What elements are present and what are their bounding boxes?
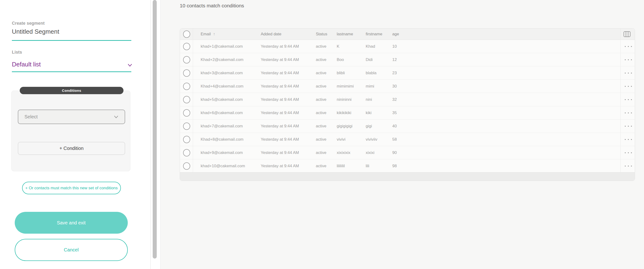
cell-status: active [316,111,326,115]
cell-age: 30 [392,84,397,89]
table-row[interactable]: khad+1@cakemail.com Yesterday at 9:44 AM… [180,40,635,53]
row-select-checkbox[interactable] [183,136,190,143]
cell-firstname: Didi [366,57,372,62]
table-row[interactable]: khad+5@cakemail.com Yesterday at 9:44 AM… [180,93,635,106]
cell-added-date: Yesterday at 9:44 AM [261,111,299,115]
table-row[interactable]: khad+6@cakemail.com Yesterday at 9:44 AM… [180,106,635,120]
row-actions-ellipsis-icon[interactable] [624,84,633,89]
table-row[interactable]: khad+9@cakemail.com Yesterday at 9:44 AM… [180,146,635,159]
columns-icon[interactable] [624,31,630,37]
row-select-checkbox[interactable] [183,56,190,63]
chevron-down-icon[interactable] [127,63,132,68]
cell-email: khad+1@cakemail.com [201,44,243,49]
cell-lastname: blibli [337,71,345,75]
cell-firstname: mimi [366,84,374,89]
cell-email: khad+9@cakemail.com [201,150,243,155]
cell-firstname: xixixi [366,150,374,155]
row-actions-ellipsis-icon[interactable] [624,124,633,129]
row-select-checkbox[interactable] [183,162,190,170]
cell-email: khad+6@cakemail.com [201,111,243,115]
conditions-panel-title: Conditions [20,87,124,94]
table-row[interactable]: Khad+8@cakemail.com Yesterday at 9:44 AM… [180,133,635,146]
column-header-lastname[interactable]: lastname [337,32,353,36]
sidebar-scrollbar-thumb[interactable] [153,0,157,259]
create-segment-label: Create segment [12,21,45,26]
sidebar-scrollbar-track [151,0,160,269]
cell-added-date: Yesterday at 9:44 AM [261,97,299,102]
add-condition-button[interactable]: + Condition [18,142,125,155]
lists-label: Lists [12,50,22,55]
conditions-panel [12,91,130,171]
cell-email: khad+10@cakemail.com [201,164,245,168]
cell-email: Khad+8@cakemail.com [201,137,244,142]
row-select-checkbox[interactable] [183,122,190,130]
cell-added-date: Yesterday at 9:44 AM [261,71,299,75]
column-header-email[interactable]: Email↑ [201,32,215,36]
row-select-checkbox[interactable] [183,69,190,77]
column-header-status[interactable]: Status [316,32,327,36]
chevron-down-icon [114,115,118,119]
checkbox-column-divider [193,28,193,173]
cell-added-date: Yesterday at 9:44 AM [261,57,299,62]
cell-age: 12 [392,57,397,62]
cell-lastname: ninininni [337,97,352,102]
add-or-condition-set-button[interactable]: + Or contacts must match this new set of… [22,182,121,194]
sort-asc-icon: ↑ [213,32,216,36]
cell-firstname: viviviiv [366,137,377,142]
cell-age: 98 [392,164,397,168]
row-actions-ellipsis-icon[interactable] [624,97,633,102]
cell-email: khad+3@cakemail.com [201,71,243,75]
condition-field-select[interactable]: Select [18,110,125,124]
row-actions-ellipsis-icon[interactable] [624,44,633,49]
table-footer-scrollbar[interactable] [180,172,635,181]
cell-status: active [316,124,326,129]
segment-name-input[interactable]: Untitled Segment [12,28,59,35]
row-actions-ellipsis-icon[interactable] [624,111,633,115]
cell-lastname: xixixixix [337,150,350,155]
cell-age: 23 [392,71,397,75]
cell-lastname: K [337,44,339,49]
match-summary-text: 10 contacts match conditions [180,3,244,8]
row-actions-ellipsis-icon[interactable] [624,137,633,142]
list-select[interactable]: Default list [12,61,40,68]
cell-added-date: Yesterday at 9:44 AM [261,137,299,142]
cell-email: khad+7@cakemail.com [201,124,243,129]
table-row[interactable]: khad+3@cakemail.com Yesterday at 9:44 AM… [180,66,635,80]
row-select-checkbox[interactable] [183,109,190,116]
cell-added-date: Yesterday at 9:44 AM [261,44,299,49]
table-row[interactable]: khad+10@cakemail.com Yesterday at 9:44 A… [180,159,635,173]
cell-added-date: Yesterday at 9:44 AM [261,164,299,168]
row-actions-ellipsis-icon[interactable] [624,150,633,155]
cell-added-date: Yesterday at 9:44 AM [261,84,299,89]
row-select-checkbox[interactable] [183,83,190,90]
cell-firstname: nini [366,97,372,102]
select-all-checkbox[interactable] [183,30,190,38]
row-select-checkbox[interactable] [183,43,190,50]
cell-added-date: Yesterday at 9:44 AM [261,150,299,155]
cell-age: 10 [392,44,397,49]
cell-lastname: vivivi [337,137,346,142]
row-select-checkbox[interactable] [183,149,190,156]
row-actions-ellipsis-icon[interactable] [624,164,633,168]
cell-added-date: Yesterday at 9:44 AM [261,124,299,129]
cell-email: khad+5@cakemail.com [201,97,243,102]
table-body: khad+1@cakemail.com Yesterday at 9:44 AM… [180,40,635,173]
cell-firstname: kiki [366,111,372,115]
row-actions-ellipsis-icon[interactable] [624,57,633,62]
table-row[interactable]: khad+7@cakemail.com Yesterday at 9:44 AM… [180,120,635,133]
row-actions-ellipsis-icon[interactable] [624,71,633,75]
row-select-checkbox[interactable] [183,96,190,103]
column-header-added-date[interactable]: Added date [261,32,282,36]
cell-lastname: mimimimi [337,84,354,89]
column-header-firstname[interactable]: firstname [366,32,382,36]
cell-status: active [316,71,326,75]
column-header-age[interactable]: age [392,32,399,36]
cell-status: active [316,150,326,155]
table-row[interactable]: Khad+4@cakemail.com Yesterday at 9:44 AM… [180,80,635,93]
condition-select-placeholder: Select [24,114,38,120]
cell-firstname: gigi [366,124,372,129]
cancel-button[interactable]: Cancel [15,239,128,261]
table-row[interactable]: Khad+2@cakemail.com Yesterday at 9:44 AM… [180,53,635,66]
save-and-exit-button[interactable]: Save and exit [15,212,128,234]
cell-status: active [316,44,326,49]
